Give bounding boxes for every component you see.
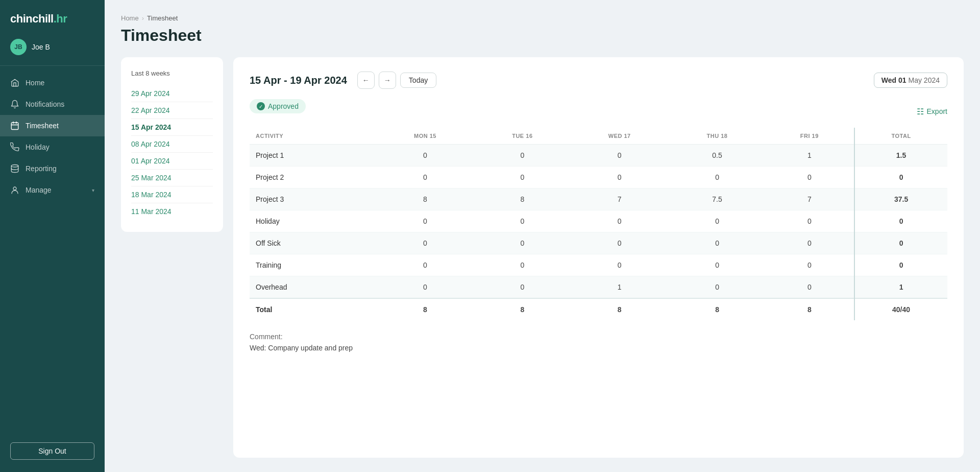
cell-mon: 8 <box>375 188 475 210</box>
cell-tue: 0 <box>475 167 570 188</box>
table-row: Project 2 0 0 0 0 0 0 <box>250 167 947 188</box>
cell-tue: 8 <box>475 188 570 210</box>
prev-week-button[interactable]: ← <box>357 72 375 89</box>
cell-fri: 7 <box>765 188 854 210</box>
breadcrumb-separator: › <box>142 14 144 22</box>
plane-icon <box>10 143 19 152</box>
sidebar-item-label: Reporting <box>26 164 57 173</box>
cell-mon: 0 <box>375 276 475 299</box>
sidebar: chinchill.hr JB Joe B Home Notifications… <box>0 0 105 472</box>
table-row: Overhead 0 0 1 0 0 1 <box>250 276 947 299</box>
date-range: 15 Apr - 19 Apr 2024 <box>250 75 347 86</box>
export-button[interactable]: ☷ Export <box>917 107 947 116</box>
manage-icon <box>10 185 19 195</box>
badge-month: May 2024 <box>909 76 940 84</box>
cell-activity: Project 3 <box>250 188 375 210</box>
total-fri: 8 <box>765 298 854 320</box>
cell-mon: 0 <box>375 254 475 276</box>
sidebar-item-label: Holiday <box>26 143 50 151</box>
cell-activity: Overhead <box>250 276 375 299</box>
cell-wed: 0 <box>570 254 670 276</box>
next-week-button[interactable]: → <box>379 72 396 89</box>
timesheet-header: 15 Apr - 19 Apr 2024 ← → Today Wed 01 Ma… <box>250 72 947 89</box>
today-button[interactable]: Today <box>400 73 436 88</box>
export-icon: ☷ <box>917 107 924 116</box>
check-icon: ✓ <box>257 102 265 110</box>
table-row: Training 0 0 0 0 0 0 <box>250 254 947 276</box>
cell-thu: 0 <box>670 232 765 254</box>
cell-tue: 0 <box>475 276 570 299</box>
cell-fri: 0 <box>765 276 854 299</box>
svg-point-5 <box>13 187 16 190</box>
cell-tue: 0 <box>475 232 570 254</box>
weeks-panel: Last 8 weeks 29 Apr 202422 Apr 202415 Ap… <box>121 57 223 232</box>
cell-mon: 0 <box>375 145 475 167</box>
comment-section: Comment: Wed: Company update and prep <box>250 333 947 352</box>
total-label: Total <box>250 298 375 320</box>
col-fri: FRI 19 <box>765 128 854 145</box>
cell-wed: 7 <box>570 188 670 210</box>
sign-out-button[interactable]: Sign Out <box>10 442 94 460</box>
user-profile: JB Joe B <box>0 34 105 66</box>
cell-activity: Off Sick <box>250 232 375 254</box>
total-mon: 8 <box>375 298 475 320</box>
cell-fri: 0 <box>765 254 854 276</box>
table-row: Holiday 0 0 0 0 0 0 <box>250 210 947 232</box>
week-list-item[interactable]: 25 Mar 2024 <box>131 170 213 186</box>
week-list-item[interactable]: 15 Apr 2024 <box>131 119 213 136</box>
breadcrumb: Home › Timesheet <box>121 14 964 22</box>
cell-fri: 0 <box>765 167 854 188</box>
export-label: Export <box>927 107 947 115</box>
cell-thu: 0 <box>670 167 765 188</box>
page-title: Timesheet <box>121 26 964 45</box>
sidebar-item-holiday[interactable]: Holiday <box>0 136 105 158</box>
sidebar-item-manage[interactable]: Manage ▾ <box>0 179 105 201</box>
cell-thu: 0.5 <box>670 145 765 167</box>
timesheet-table: Activity MON 15 TUE 16 WED 17 THU 18 FRI… <box>250 128 947 320</box>
week-list-item[interactable]: 08 Apr 2024 <box>131 136 213 153</box>
header-row: Activity MON 15 TUE 16 WED 17 THU 18 FRI… <box>250 128 947 145</box>
sidebar-item-reporting[interactable]: Reporting <box>0 158 105 179</box>
avatar: JB <box>10 39 27 55</box>
week-list-item[interactable]: 11 Mar 2024 <box>131 203 213 220</box>
sidebar-item-home[interactable]: Home <box>0 72 105 93</box>
week-list-item[interactable]: 29 Apr 2024 <box>131 85 213 102</box>
table-row: Project 3 8 8 7 7.5 7 37.5 <box>250 188 947 210</box>
sidebar-item-notifications[interactable]: Notifications <box>0 93 105 115</box>
sidebar-item-label: Notifications <box>26 100 64 108</box>
total-row: Total 8 8 8 8 8 40/40 <box>250 298 947 320</box>
week-list-item[interactable]: 22 Apr 2024 <box>131 102 213 119</box>
app-logo: chinchill.hr <box>0 0 105 34</box>
cell-fri: 1 <box>765 145 854 167</box>
comment-text: Wed: Company update and prep <box>250 344 947 352</box>
cell-wed: 0 <box>570 210 670 232</box>
cell-activity: Project 2 <box>250 167 375 188</box>
database-icon <box>10 164 19 173</box>
week-list-item[interactable]: 01 Apr 2024 <box>131 153 213 170</box>
table-header: Activity MON 15 TUE 16 WED 17 THU 18 FRI… <box>250 128 947 145</box>
cell-wed: 1 <box>570 276 670 299</box>
breadcrumb-home[interactable]: Home <box>121 14 139 22</box>
week-list-item[interactable]: 18 Mar 2024 <box>131 186 213 203</box>
weeks-list: 29 Apr 202422 Apr 202415 Apr 202408 Apr … <box>131 85 213 220</box>
col-mon: MON 15 <box>375 128 475 145</box>
table-row: Off Sick 0 0 0 0 0 0 <box>250 232 947 254</box>
current-date-badge: Wed 01 May 2024 <box>874 73 947 88</box>
total-wed: 8 <box>570 298 670 320</box>
table-body: Project 1 0 0 0 0.5 1 1.5 Project 2 0 0 … <box>250 145 947 321</box>
cell-total: 0 <box>854 210 947 232</box>
username: Joe B <box>32 43 50 51</box>
cell-thu: 7.5 <box>670 188 765 210</box>
table-row: Project 1 0 0 0 0.5 1 1.5 <box>250 145 947 167</box>
svg-rect-0 <box>11 123 18 130</box>
date-navigation: 15 Apr - 19 Apr 2024 ← → Today <box>250 72 436 89</box>
total-total: 40/40 <box>854 298 947 320</box>
cell-fri: 0 <box>765 232 854 254</box>
badge-export-row: ✓ Approved ☷ Export <box>250 99 947 124</box>
content-area: Last 8 weeks 29 Apr 202422 Apr 202415 Ap… <box>121 57 964 458</box>
total-thu: 8 <box>670 298 765 320</box>
cell-total: 0 <box>854 254 947 276</box>
sidebar-item-timesheet[interactable]: Timesheet <box>0 115 105 136</box>
chevron-down-icon: ▾ <box>92 187 94 193</box>
cell-wed: 0 <box>570 167 670 188</box>
